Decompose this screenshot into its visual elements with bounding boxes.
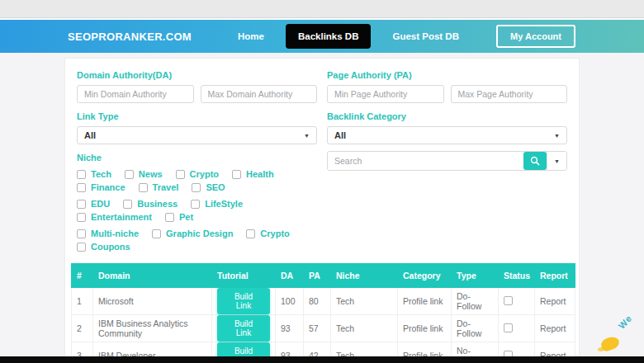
search-dropdown-button[interactable]: ▼ xyxy=(547,152,566,170)
niche-checkbox-label: Finance xyxy=(91,182,125,192)
niche-checkbox-seo[interactable]: SEO xyxy=(192,182,225,192)
results-table-wrap: #DomainTutorialDAPANicheCategoryTypeStat… xyxy=(65,252,579,363)
niche-checkbox-label: Multi-niche xyxy=(91,229,139,238)
bottom-black-bar xyxy=(0,356,644,363)
page-background: Domain Authority(DA) Link Type All ▼ Nic… xyxy=(0,54,644,363)
nav-item-home[interactable]: Home xyxy=(238,31,264,41)
niche-checkbox-lifestyle[interactable]: LifeStyle xyxy=(191,199,243,209)
checkbox-icon[interactable] xyxy=(246,229,255,238)
checkbox-icon[interactable] xyxy=(192,183,201,192)
max-page-authority-input[interactable] xyxy=(451,85,568,103)
link-type-select[interactable]: All ▼ xyxy=(77,126,317,144)
niche-checkbox-coupons[interactable]: Coupons xyxy=(77,242,130,252)
niche-row: EDUBusinessLifeStyleEntertainmentPet xyxy=(77,199,317,222)
niche-checkbox-entertainment[interactable]: Entertainment xyxy=(77,212,152,222)
column-header-report: Report xyxy=(535,264,575,288)
checkbox-icon[interactable] xyxy=(232,170,241,179)
niche-cell: Tech xyxy=(331,315,398,342)
niche-checkbox-news[interactable]: News xyxy=(125,169,163,179)
niche-checkbox-crypto[interactable]: Crypto xyxy=(246,229,289,238)
pa-cell: 80 xyxy=(304,288,331,315)
checkbox-icon[interactable] xyxy=(165,213,174,222)
max-domain-authority-input[interactable] xyxy=(201,85,318,103)
niche-checkbox-tech[interactable]: Tech xyxy=(77,169,111,179)
brand-logo: SEOPRORANKER.COM xyxy=(68,31,192,43)
backlink-category-select[interactable]: All ▼ xyxy=(327,126,567,144)
niche-checkbox-travel[interactable]: Travel xyxy=(139,182,179,192)
backlinks-table: #DomainTutorialDAPANicheCategoryTypeStat… xyxy=(71,263,575,363)
niche-checkbox-label: Business xyxy=(137,199,178,209)
column-header-niche: Niche xyxy=(331,264,398,288)
domain-authority-label: Domain Authority(DA) xyxy=(77,70,317,80)
backlink-category-label: Backlink Category xyxy=(327,111,567,121)
column-header-domain: Domain xyxy=(93,264,212,288)
search-input[interactable] xyxy=(328,152,523,170)
column-header-type: Type xyxy=(452,264,499,288)
checkbox-icon[interactable] xyxy=(77,200,86,209)
category-cell: Profile link xyxy=(398,288,452,315)
report-link[interactable]: Report xyxy=(540,323,566,333)
report-link[interactable]: Report xyxy=(540,296,566,306)
build-link-button[interactable]: Build Link xyxy=(217,315,270,342)
checkbox-icon[interactable] xyxy=(77,243,86,252)
da-cell: 100 xyxy=(276,288,304,315)
niche-checkbox-pet[interactable]: Pet xyxy=(165,212,193,222)
domain-cell: Microsoft xyxy=(93,288,212,315)
status-cell xyxy=(499,288,535,315)
domain-cell: IBM Business Analytics Community xyxy=(93,315,212,342)
status-checkbox[interactable] xyxy=(504,323,513,332)
niche-checkbox-graphic-design[interactable]: Graphic Design xyxy=(152,229,233,238)
niche-checkbox-edu[interactable]: EDU xyxy=(77,199,110,209)
column-header-pa: PA xyxy=(304,264,331,288)
checkbox-icon[interactable] xyxy=(191,200,200,209)
checkbox-icon[interactable] xyxy=(125,170,134,179)
checkbox-icon[interactable] xyxy=(77,183,86,192)
da-cell: 93 xyxy=(276,315,304,342)
row-number-cell: 2 xyxy=(72,315,93,342)
niche-checkbox-label: EDU xyxy=(91,199,110,209)
checkbox-icon[interactable] xyxy=(176,170,185,179)
checkbox-icon[interactable] xyxy=(77,170,86,179)
min-domain-authority-input[interactable] xyxy=(77,85,194,103)
app-header: SEOPRORANKER.COM Home Backlinks DB Guest… xyxy=(0,20,644,53)
checkbox-icon[interactable] xyxy=(123,200,132,209)
niche-checkbox-multi-niche[interactable]: Multi-niche xyxy=(77,229,139,238)
chevron-down-icon: ▼ xyxy=(554,133,560,139)
content-card: Domain Authority(DA) Link Type All ▼ Nic… xyxy=(64,58,580,363)
niche-checkbox-label: SEO xyxy=(206,182,225,192)
niche-checkbox-label: Tech xyxy=(91,169,111,179)
status-checkbox[interactable] xyxy=(504,296,513,305)
niche-checkbox-health[interactable]: Health xyxy=(232,169,274,179)
browser-chrome-strip xyxy=(0,0,644,18)
build-link-button[interactable]: Build Link xyxy=(217,288,270,314)
nav-item-backlinks-db[interactable]: Backlinks DB xyxy=(286,24,372,49)
type-cell: Do-Follow xyxy=(452,288,499,315)
niche-checkbox-finance[interactable]: Finance xyxy=(77,182,125,192)
chevron-down-icon: ▼ xyxy=(554,158,560,164)
checkbox-icon[interactable] xyxy=(139,183,148,192)
search-button[interactable] xyxy=(523,152,547,170)
niche-row: TechNewsCryptoHealthFinanceTravelSEO xyxy=(77,169,317,192)
backlink-category-selected-value: All xyxy=(334,130,346,140)
niche-checkbox-crypto[interactable]: Crypto xyxy=(176,169,219,179)
column-header-da: DA xyxy=(276,264,304,288)
page-authority-label: Page Authority (PA) xyxy=(327,70,567,80)
niche-checkbox-label: Pet xyxy=(179,212,193,222)
pa-cell: 57 xyxy=(304,315,331,342)
niche-checkbox-business[interactable]: Business xyxy=(123,199,178,209)
nav-item-guest-post-db[interactable]: Guest Post DB xyxy=(392,31,459,41)
table-row: 1MicrosoftBuild Link10080TechProfile lin… xyxy=(72,288,575,315)
min-page-authority-input[interactable] xyxy=(327,85,444,103)
column-header-tutorial: Tutorial xyxy=(212,264,276,288)
column-header-category: Category xyxy=(398,264,452,288)
search-icon xyxy=(530,156,540,166)
niche-checkbox-label: LifeStyle xyxy=(205,199,243,209)
checkbox-icon[interactable] xyxy=(77,213,86,222)
niche-checkbox-label: Graphic Design xyxy=(166,229,233,238)
checkbox-icon[interactable] xyxy=(152,229,161,238)
filters-right-column: Page Authority (PA) Backlink Category Al… xyxy=(327,70,567,252)
my-account-button[interactable]: My Account xyxy=(496,25,575,48)
checkbox-icon[interactable] xyxy=(77,229,86,238)
category-cell: Profile link xyxy=(398,315,452,342)
niche-checkbox-label: News xyxy=(139,169,163,179)
